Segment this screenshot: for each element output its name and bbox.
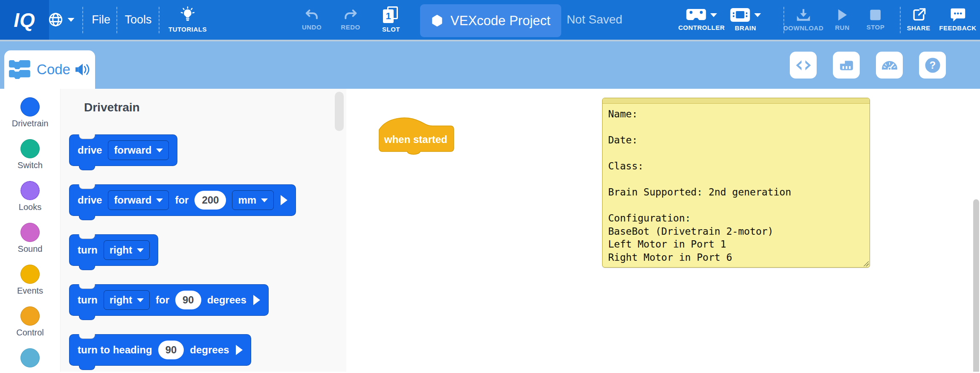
dropdown-value: forward bbox=[114, 194, 151, 206]
code-tab-label: Code bbox=[37, 61, 70, 78]
block-tab bbox=[79, 216, 95, 220]
brain-button[interactable]: BRAIN bbox=[730, 8, 761, 32]
block-notch bbox=[79, 134, 95, 139]
when-started-block[interactable]: when started bbox=[377, 114, 455, 156]
palette-block[interactable]: driveforward bbox=[69, 134, 177, 166]
category-label: Sound bbox=[18, 244, 43, 254]
project-name: VEXcode Project bbox=[450, 13, 550, 29]
tutorials-label: TUTORIALS bbox=[168, 26, 207, 33]
download-label: DOWNLOAD bbox=[783, 24, 823, 32]
dropdown-field[interactable]: right bbox=[104, 290, 150, 310]
share-label: SHARE bbox=[907, 24, 930, 32]
number-input[interactable]: 90 bbox=[175, 291, 201, 309]
palette-block[interactable]: turnright bbox=[69, 234, 158, 266]
toolbar-divider bbox=[159, 7, 159, 33]
dropdown-field[interactable]: mm bbox=[232, 190, 274, 210]
chevron-down-icon bbox=[156, 198, 163, 202]
dropdown-field[interactable]: forward bbox=[108, 140, 169, 160]
redo-icon bbox=[344, 9, 357, 21]
block-notch bbox=[79, 284, 95, 289]
dropdown-field[interactable]: forward bbox=[108, 190, 169, 210]
category-circle[interactable] bbox=[20, 181, 40, 200]
dropdown-value: right bbox=[110, 244, 132, 256]
controller-label: CONTROLLER bbox=[678, 24, 725, 31]
workspace-canvas[interactable]: when started Name: Date: Class: Brain Su… bbox=[346, 89, 980, 372]
number-input[interactable]: 90 bbox=[158, 341, 184, 359]
tab-code[interactable]: Code bbox=[4, 50, 95, 89]
category-circle[interactable] bbox=[20, 223, 40, 242]
number-input[interactable]: 200 bbox=[194, 191, 226, 210]
category-label: Events bbox=[17, 286, 43, 296]
project-note[interactable]: Name: Date: Class: Brain Supported: 2nd … bbox=[602, 98, 870, 268]
device-config-button[interactable] bbox=[833, 52, 860, 79]
toolbar-divider bbox=[900, 7, 901, 33]
palette-block[interactable]: turnrightfor90degrees bbox=[69, 284, 269, 316]
redo-label: REDO bbox=[341, 23, 360, 31]
block-text: turn to heading bbox=[78, 344, 152, 356]
category-circle[interactable] bbox=[20, 139, 40, 158]
undo-button[interactable]: UNDO bbox=[302, 9, 322, 31]
sidebar-category-looks[interactable]: Looks bbox=[19, 181, 41, 223]
file-menu[interactable]: File bbox=[92, 13, 110, 26]
category-label: Looks bbox=[19, 202, 41, 212]
help-button[interactable]: ? bbox=[919, 52, 946, 79]
category-circle[interactable] bbox=[20, 97, 40, 117]
note-resize-handle[interactable] bbox=[863, 260, 869, 266]
chevron-down-icon bbox=[137, 248, 144, 252]
category-sidebar: DrivetrainSwitchLooksSoundEventsControl bbox=[0, 89, 60, 372]
download-button[interactable]: DOWNLOAD bbox=[783, 8, 823, 32]
code-brackets-icon bbox=[795, 59, 812, 71]
project-name-button[interactable]: VEXcode Project bbox=[420, 4, 561, 37]
tools-menu[interactable]: Tools bbox=[125, 13, 151, 26]
category-circle[interactable] bbox=[20, 265, 40, 284]
monitor-dashboard-button[interactable] bbox=[876, 52, 903, 79]
palette-scrollbar[interactable] bbox=[335, 92, 344, 131]
sidebar-category-sound[interactable]: Sound bbox=[18, 223, 43, 265]
undo-icon bbox=[305, 9, 319, 21]
expand-arrow-icon[interactable] bbox=[253, 295, 260, 305]
speaker-icon[interactable] bbox=[75, 63, 91, 76]
chevron-down-icon bbox=[137, 298, 144, 302]
sidebar-category-control[interactable]: Control bbox=[16, 306, 43, 348]
top-toolbar: IQ File Tools bbox=[0, 0, 980, 41]
logo-text: IQ bbox=[14, 9, 35, 32]
hat-block-label: when started bbox=[377, 134, 455, 146]
run-button[interactable]: RUN bbox=[835, 8, 850, 31]
toolbar-divider bbox=[82, 7, 83, 33]
sidebar-category-drivetrain[interactable]: Drivetrain bbox=[12, 97, 49, 139]
expand-arrow-icon[interactable] bbox=[236, 345, 243, 355]
dropdown-field[interactable]: right bbox=[104, 240, 150, 260]
language-button[interactable] bbox=[48, 12, 75, 28]
feedback-button[interactable]: FEEDBACK bbox=[939, 8, 976, 32]
redo-button[interactable]: REDO bbox=[341, 9, 360, 31]
stop-button[interactable]: STOP bbox=[867, 9, 885, 31]
share-icon bbox=[911, 8, 926, 22]
canvas-scrollbar[interactable] bbox=[973, 199, 979, 372]
expand-arrow-icon[interactable] bbox=[281, 195, 287, 205]
dropdown-value: mm bbox=[238, 194, 256, 206]
share-button[interactable]: SHARE bbox=[907, 8, 930, 32]
note-text[interactable]: Name: Date: Class: Brain Supported: 2nd … bbox=[603, 104, 870, 268]
block-notch bbox=[79, 334, 95, 339]
note-header[interactable] bbox=[603, 98, 870, 104]
category-circle[interactable] bbox=[20, 348, 40, 367]
sidebar-category-partial[interactable] bbox=[20, 348, 40, 372]
chevron-down-icon bbox=[68, 18, 75, 22]
block-text: degrees bbox=[190, 344, 229, 356]
globe-icon bbox=[48, 12, 64, 28]
feedback-label: FEEDBACK bbox=[939, 24, 976, 32]
brain-icon bbox=[730, 8, 751, 22]
gauge-icon bbox=[881, 60, 898, 71]
sidebar-category-switch[interactable]: Switch bbox=[17, 139, 43, 181]
palette-block[interactable]: turn to heading90degrees bbox=[69, 334, 251, 366]
controller-button[interactable]: CONTROLLER bbox=[678, 8, 725, 31]
chevron-down-icon bbox=[261, 198, 268, 202]
text-code-view-button[interactable] bbox=[790, 52, 817, 79]
sidebar-category-events[interactable]: Events bbox=[17, 265, 43, 306]
slot-icon: 1 bbox=[383, 6, 399, 23]
category-circle[interactable] bbox=[20, 306, 40, 326]
tutorials-button[interactable]: TUTORIALS bbox=[168, 6, 207, 33]
block-text: for bbox=[156, 294, 169, 306]
palette-block[interactable]: driveforwardfor200mm bbox=[69, 184, 296, 216]
slot-button[interactable]: 1 SLOT bbox=[382, 6, 400, 33]
